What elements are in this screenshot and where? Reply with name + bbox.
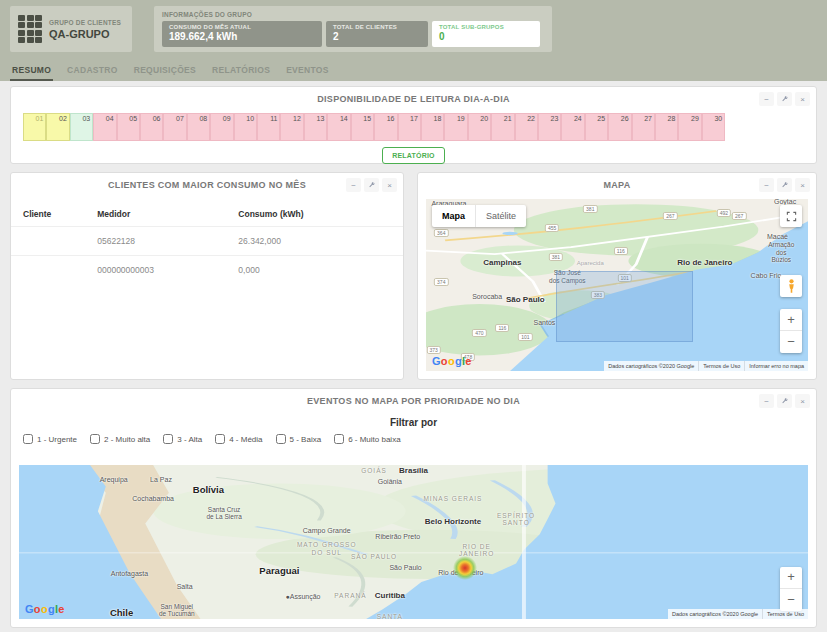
priority-filter-1[interactable]: 1 - Urgente [23,434,77,444]
day-cell-20[interactable]: 20 [468,113,491,141]
filter-checkbox-6[interactable] [334,434,344,444]
day-cell-05[interactable]: 05 [117,113,140,141]
day-cell-01[interactable]: 01 [23,113,46,141]
zoom-in-button[interactable]: + [780,567,802,589]
close-icon[interactable]: × [795,394,810,408]
group-name: QA-GRUPO [49,28,121,40]
metric-clientes: TOTAL DE CLIENTES 2 [326,21,428,47]
close-icon[interactable]: × [795,92,810,106]
terms-link[interactable]: Termos de Uso [698,361,744,371]
minimize-icon[interactable]: − [759,178,774,192]
day-cell-29[interactable]: 29 [678,113,701,141]
filter-checkbox-2[interactable] [90,434,100,444]
attribution-text: Dados cartográficos ©2020 Google [668,609,762,619]
availability-panel-controls: − × [759,92,810,106]
filter-checkbox-3[interactable] [163,434,173,444]
day-cell-07[interactable]: 07 [163,113,186,141]
day-cell-06[interactable]: 06 [140,113,163,141]
middle-row: CLIENTES COM MAIOR CONSUMO NO MÊS − × Cl… [10,172,817,388]
availability-panel: DISPONIBILIDADE DE LEITURA DIA-A-DIA − ×… [10,86,817,164]
day-cell-11[interactable]: 11 [257,113,280,141]
minimize-icon[interactable]: − [759,92,774,106]
tab-resumo[interactable]: RESUMO [10,61,53,81]
day-cell-04[interactable]: 04 [93,113,116,141]
metric-clientes-value: 2 [333,31,421,42]
zoom-in-button[interactable]: + [780,309,802,331]
day-cell-27[interactable]: 27 [632,113,655,141]
report-button[interactable]: RELATÓRIO [382,147,445,164]
events-map-region[interactable]: ArequipaLa PazBolíviaCochabambaSanta Cru… [19,465,808,619]
day-cell-26[interactable]: 26 [608,113,631,141]
close-icon[interactable]: × [382,178,397,192]
fullscreen-icon[interactable] [780,205,802,227]
pegman-icon[interactable] [780,275,802,297]
day-cell-30[interactable]: 30 [702,113,725,141]
table-row[interactable]: 0000000000030,000 [11,256,403,285]
day-cell-12[interactable]: 12 [280,113,303,141]
wrench-icon[interactable] [777,178,792,192]
google-map-region[interactable]: AraraquaraGoytacCampinasSão José dos Cam… [426,199,808,371]
day-cell-18[interactable]: 18 [421,113,444,141]
wrench-icon[interactable] [777,92,792,106]
road-shield: 373 [426,346,440,354]
day-cell-24[interactable]: 24 [561,113,584,141]
day-cell-09[interactable]: 09 [210,113,233,141]
day-cell-03[interactable]: 03 [70,113,93,141]
road-shield: 116 [614,247,628,255]
events-panel: EVENTOS NO MAPA POR PRIORIDADE NO DIA − … [10,388,817,628]
clients-panel-head: CLIENTES COM MAIOR CONSUMO NO MÊS − × [11,173,403,197]
priority-filter-6[interactable]: 6 - Muito baixa [334,434,400,444]
day-cell-22[interactable]: 22 [515,113,538,141]
zoom-out-button[interactable]: − [780,331,802,353]
map-selection-rectangle[interactable] [556,271,694,342]
metric-subgrupos-label: TOTAL SUB-GRUPOS [439,24,533,30]
tab-requisicoes[interactable]: REQUISIÇÕES [132,61,198,81]
filter-checkbox-4[interactable] [215,434,225,444]
table-row[interactable]: 0562212826.342,000 [11,227,403,256]
events-map-attribution: Dados cartográficos ©2020 Google Termos … [668,609,808,619]
day-cell-16[interactable]: 16 [374,113,397,141]
zoom-out-button[interactable]: − [780,589,802,611]
day-cell-21[interactable]: 21 [491,113,514,141]
group-identity: GRUPO DE CLIENTES QA-GRUPO [49,19,121,40]
clients-panel-title: CLIENTES COM MAIOR CONSUMO NO MÊS [108,180,306,190]
filter-checkbox-1[interactable] [23,434,33,444]
map-type-satelite-button[interactable]: Satélite [475,205,526,227]
wrench-icon[interactable] [777,394,792,408]
filter-checkbox-5[interactable] [276,434,286,444]
events-panel-controls: − × [759,394,810,408]
close-icon[interactable]: × [795,178,810,192]
road-shield: 381 [549,253,563,261]
tab-relatorios[interactable]: RELATÓRIOS [210,61,272,81]
event-heatmap-point[interactable] [453,556,477,580]
day-cell-19[interactable]: 19 [444,113,467,141]
road-shield: 101 [518,333,532,341]
minimize-icon[interactable]: − [759,394,774,408]
day-cell-15[interactable]: 15 [351,113,374,141]
day-cell-14[interactable]: 14 [327,113,350,141]
group-info-box: INFORMAÇÕES DO GRUPO CONSUMO DO MÊS ATUA… [154,6,552,52]
terms-link[interactable]: Termos de Uso [762,609,808,619]
wrench-icon[interactable] [364,178,379,192]
day-cell-08[interactable]: 08 [187,113,210,141]
report-row: RELATÓRIO [11,141,816,170]
priority-filter-5[interactable]: 5 - Baixa [276,434,322,444]
day-cell-13[interactable]: 13 [304,113,327,141]
day-cell-28[interactable]: 28 [655,113,678,141]
minimize-icon[interactable]: − [346,178,361,192]
report-error-link[interactable]: Informar erro no mapa [744,361,808,371]
priority-filter-2[interactable]: 2 - Muito alta [90,434,150,444]
day-cell-10[interactable]: 10 [234,113,257,141]
day-cell-25[interactable]: 25 [585,113,608,141]
priority-filter-3[interactable]: 3 - Alta [163,434,202,444]
tab-eventos[interactable]: EVENTOS [284,61,331,81]
day-cell-23[interactable]: 23 [538,113,561,141]
priority-filter-4[interactable]: 4 - Média [215,434,262,444]
google-logo: Google [25,603,65,615]
tab-cadastro[interactable]: CADASTRO [65,61,120,81]
day-cell-02[interactable]: 02 [46,113,69,141]
day-cell-17[interactable]: 17 [398,113,421,141]
map-type-mapa-button[interactable]: Mapa [432,205,475,227]
zoom-control: + − [780,567,802,611]
clients-panel: CLIENTES COM MAIOR CONSUMO NO MÊS − × Cl… [10,172,404,380]
